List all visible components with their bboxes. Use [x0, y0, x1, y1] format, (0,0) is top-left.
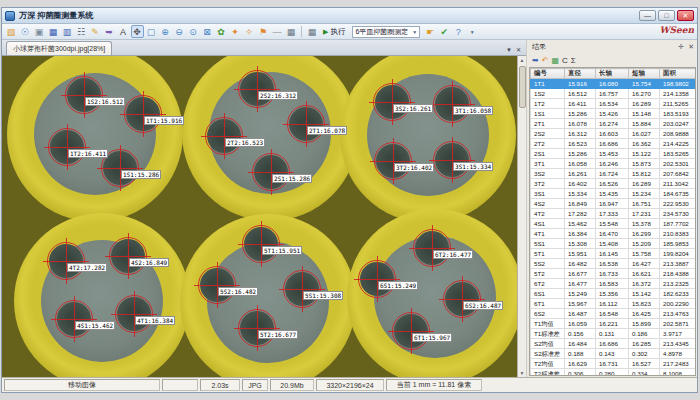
- app-window: 万深 抑菌圈测量系统 —□✕ ▨☉▣▦▥☷✎➥A✥▢⊕⊖⊙⊠✿✦✧⚑—▦ ▦ ▶…: [1, 7, 698, 393]
- copy-icon[interactable]: C: [562, 55, 568, 66]
- table-row[interactable]: 4T116.38416.47016.299210.8383: [531, 229, 697, 239]
- table-row[interactable]: 6S216.48716.54816.425213.4763: [531, 309, 697, 319]
- image-tab[interactable]: 小球芽孢杆菌300dpi.jpg[28%]: [6, 41, 112, 55]
- help-icon[interactable]: ?: [452, 25, 465, 38]
- status-bar: 移动图像2.03sJPG20.9Mb3320×2196×24当前 1 mm = …: [2, 377, 697, 392]
- minimize-button[interactable]: —: [639, 10, 656, 21]
- column-header-4[interactable]: 面积: [660, 69, 697, 79]
- zone-label-5T1: 5T1:15.951: [262, 246, 302, 255]
- table-row[interactable]: T2均值16.62916.73116.527217.2483: [531, 359, 697, 369]
- close-button[interactable]: ✕: [677, 10, 694, 21]
- title-bar[interactable]: 万深 抑菌圈测量系统 —□✕: [2, 8, 697, 24]
- tab-close-icon[interactable]: ✕: [516, 46, 521, 53]
- text-annotate-icon[interactable]: A: [117, 25, 130, 38]
- table-row[interactable]: 1S115.28615.42615.148183.5193: [531, 109, 697, 119]
- pin-icon[interactable]: ✛: [678, 43, 684, 51]
- image-canvas[interactable]: ▲ ▼ 1S2:16.5121T1:15.9161T2:16.4111S1:15…: [2, 56, 526, 377]
- table-row[interactable]: 3T216.40216.52616.289211.3042: [531, 179, 697, 189]
- grid-view-icon[interactable]: ▦: [306, 25, 319, 38]
- zone-label-6T2: 6T2:16.477: [433, 250, 473, 259]
- save-all-icon[interactable]: ▥: [61, 25, 74, 38]
- results-close-icon[interactable]: ✕: [688, 43, 694, 51]
- column-header-0[interactable]: 编号: [531, 69, 565, 79]
- table-row[interactable]: 6T216.47716.58316.372213.2325: [531, 279, 697, 289]
- column-header-3[interactable]: 短轴: [629, 69, 660, 79]
- table-row[interactable]: T2标准差0.3060.2800.3348.1008: [531, 369, 697, 377]
- zoom-actual-icon[interactable]: ⊙: [187, 25, 200, 38]
- zoom-in-icon[interactable]: ⊕: [159, 25, 172, 38]
- zone-label-5T2: 5T2:16.677: [258, 330, 298, 339]
- crosshair-v-3T1: [452, 81, 453, 127]
- zoom-out-icon[interactable]: ⊖: [173, 25, 186, 38]
- table-row[interactable]: 4S216.84916.94716.751222.9530: [531, 199, 697, 209]
- table-row[interactable]: 2S216.31216.60316.027208.9888: [531, 129, 697, 139]
- table-row[interactable]: 3S216.26116.72415.812207.6842: [531, 169, 697, 179]
- help-chevron-icon[interactable]: ▼: [466, 25, 479, 38]
- status-segment-1: [162, 379, 198, 391]
- notify-icon[interactable]: ☛: [424, 25, 437, 38]
- grid-settings-icon[interactable]: ▦: [285, 25, 298, 38]
- column-header-1[interactable]: 直径: [565, 69, 596, 79]
- execute-label: 执行: [330, 27, 345, 37]
- measure-area-icon[interactable]: ⚑: [257, 25, 270, 38]
- zoom-fit-icon[interactable]: ⊠: [201, 25, 214, 38]
- confirm-icon[interactable]: ✔: [438, 25, 451, 38]
- measure-length-icon[interactable]: ✦: [229, 25, 242, 38]
- table-row[interactable]: 5S115.30815.40815.209185.9853: [531, 239, 697, 249]
- zone-label-6S2: 6S2:16.487: [463, 301, 503, 310]
- save-icon[interactable]: ▦: [47, 25, 60, 38]
- table-row[interactable]: 1T216.41116.53416.289211.5265: [531, 99, 697, 109]
- canvas-vscrollbar[interactable]: ▲ ▼: [517, 56, 526, 377]
- zone-label-4S1: 4S1:15.462: [75, 321, 115, 330]
- scanner-icon[interactable]: ▣: [33, 25, 46, 38]
- results-toolbar: ➥↶▦CΣ: [529, 54, 697, 67]
- column-header-2[interactable]: 长轴: [596, 69, 629, 79]
- maximize-button[interactable]: □: [658, 10, 675, 21]
- crosshair-v-3S1: [452, 137, 453, 183]
- tab-list-chevron-icon[interactable]: ▼: [506, 47, 512, 53]
- scroll-thumb[interactable]: [519, 66, 526, 108]
- marquee-select-icon[interactable]: ▢: [145, 25, 158, 38]
- print-icon[interactable]: ☷: [75, 25, 88, 38]
- method-dropdown[interactable]: 6平皿抑菌圈测定 ▼: [352, 26, 420, 38]
- table-row[interactable]: 3S115.33415.43515.234184.6735: [531, 189, 697, 199]
- table-row[interactable]: S2均值16.48416.68616.285213.4345: [531, 339, 697, 349]
- method-value: 6平皿抑菌圈测定: [355, 27, 408, 37]
- line-tool-icon[interactable]: —: [271, 25, 284, 38]
- scroll-up-icon[interactable]: ▲: [520, 56, 525, 64]
- scroll-down-icon[interactable]: ▼: [520, 369, 525, 377]
- toolbar-icons: ▨☉▣▦▥☷✎➥A✥▢⊕⊖⊙⊠✿✦✧⚑—▦: [4, 25, 298, 38]
- table-row[interactable]: 3T116.05816.24615.873202.5301: [531, 159, 697, 169]
- table-row[interactable]: 6T115.96716.11215.823200.2290: [531, 299, 697, 309]
- table-row[interactable]: 1T115.91616.08015.754198.9802: [531, 79, 697, 89]
- chevron-down-icon: ▼: [412, 29, 417, 35]
- measure-angle-icon[interactable]: ✧: [243, 25, 256, 38]
- camera-capture-icon[interactable]: ☉: [19, 25, 32, 38]
- execute-button[interactable]: ▶ 执行: [319, 25, 349, 38]
- table-row[interactable]: T1标准差0.1560.1310.1863.9717: [531, 329, 697, 339]
- pencil-edit-icon[interactable]: ✎: [89, 25, 102, 38]
- table-row[interactable]: S2标准差0.1880.1430.3024.8978: [531, 349, 697, 359]
- zone-label-2T1: 2T1:16.078: [307, 126, 347, 135]
- zone-label-2S1: 2S1:15.286: [272, 174, 312, 183]
- export-result-icon[interactable]: ➥: [532, 55, 539, 66]
- table-row[interactable]: 2T216.52316.68616.362214.4225: [531, 139, 697, 149]
- table-row[interactable]: 2S115.28615.45315.122183.5265: [531, 149, 697, 159]
- table-row[interactable]: 5T216.67716.73316.621218.4388: [531, 269, 697, 279]
- table-row[interactable]: 2T116.07816.27415.884203.0247: [531, 119, 697, 129]
- table-row[interactable]: 4T217.28217.33317.231234.5730: [531, 209, 697, 219]
- excel-export-icon[interactable]: ▦: [551, 55, 559, 66]
- table-row[interactable]: 6S115.24915.35615.142182.6233: [531, 289, 697, 299]
- pan-hand-icon[interactable]: ✥: [131, 25, 144, 38]
- export-report-icon[interactable]: ➥: [103, 25, 116, 38]
- table-row[interactable]: 5T115.95116.14515.758199.8204: [531, 249, 697, 259]
- preview-icon[interactable]: ✿: [215, 25, 228, 38]
- undo-icon[interactable]: ↶: [542, 55, 549, 66]
- table-row[interactable]: 5S216.48216.53816.427213.3887: [531, 259, 697, 269]
- crosshair-v-4S1: [74, 296, 75, 342]
- table-row[interactable]: T1均值16.05916.22115.899202.5871: [531, 319, 697, 329]
- open-image-icon[interactable]: ▨: [5, 25, 18, 38]
- table-row[interactable]: 1S216.51216.75716.270214.1358: [531, 89, 697, 99]
- sum-icon[interactable]: Σ: [571, 55, 576, 66]
- table-row[interactable]: 4S115.46215.54815.378187.7702: [531, 219, 697, 229]
